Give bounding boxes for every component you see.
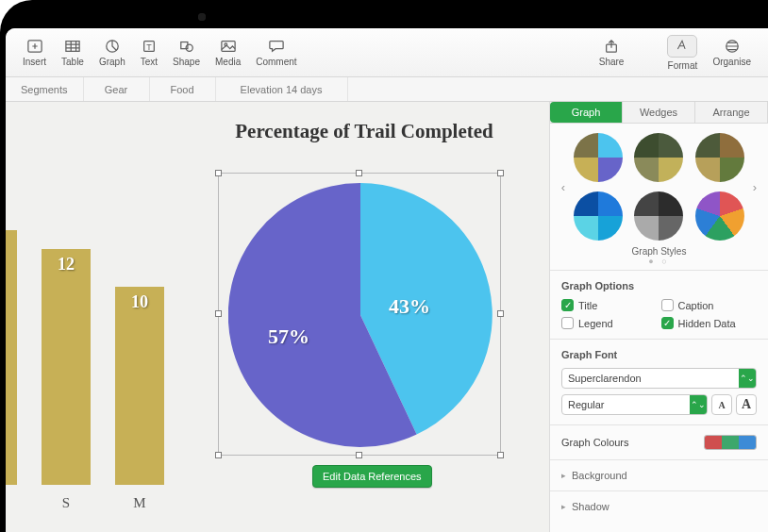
resize-handle[interactable] [215, 170, 222, 176]
bar-label-10: 10 [115, 292, 164, 312]
format-inspector: Graph Wedges Arrange ‹ [549, 102, 768, 532]
resize-handle[interactable] [497, 170, 504, 176]
font-style-select[interactable]: Regular ⌃⌄ [561, 394, 708, 415]
resize-handle[interactable] [215, 310, 222, 317]
graph-button[interactable]: Graph [92, 35, 133, 71]
share-button[interactable]: Share [592, 35, 632, 71]
chevron-down-icon: ⌃⌄ [690, 395, 707, 414]
styles-next[interactable]: › [749, 180, 760, 194]
bar-s [6, 230, 17, 485]
graph-font-header: Graph Font [561, 349, 757, 360]
text-button[interactable]: T Text [133, 35, 165, 71]
colour-swatches[interactable] [704, 435, 757, 450]
sheet-tab-gear[interactable]: Gear [84, 77, 150, 101]
tab-graph[interactable]: Graph [550, 102, 623, 123]
styles-label: Graph Styles [558, 246, 760, 257]
resize-handle[interactable] [356, 170, 362, 176]
style-thumb-2[interactable] [634, 133, 683, 182]
share-label: Share [599, 57, 625, 67]
chevron-right-icon: ▸ [561, 502, 566, 511]
pie-label-43: 43% [389, 294, 430, 319]
graph-font: Graph Font Superclarendon ⌃⌄ Regular ⌃⌄ … [550, 339, 768, 424]
shape-label: Shape [173, 57, 200, 67]
pie-label-57: 57% [268, 324, 309, 349]
organise-label: Organise [712, 57, 751, 67]
chevron-down-icon: ⌃⌄ [739, 369, 756, 388]
bar-s2: 12 [42, 249, 91, 485]
resize-handle[interactable] [497, 310, 504, 317]
graph-styles: ‹ › Graph Styles ● ○ [550, 124, 768, 270]
svg-point-12 [186, 44, 192, 51]
checkbox-legend[interactable]: Legend [561, 317, 658, 329]
resize-handle[interactable] [215, 452, 222, 458]
style-thumb-6[interactable] [695, 191, 744, 241]
bar-m: 10 [115, 287, 164, 485]
bar-x-m: M [115, 495, 164, 511]
style-thumb-4[interactable] [574, 191, 623, 241]
media-label: Media [215, 57, 241, 67]
bar-label-12: 12 [42, 255, 91, 274]
checkbox-caption[interactable]: Caption [661, 299, 758, 311]
style-thumb-3[interactable] [695, 133, 744, 182]
style-thumb-5[interactable] [634, 191, 683, 241]
organise-button[interactable]: Organise [705, 35, 759, 71]
bar-x-labels: S M [6, 495, 164, 511]
tab-wedges[interactable]: Wedges [623, 102, 695, 123]
inspector-tabs: Graph Wedges Arrange [550, 102, 768, 124]
svg-text:T: T [146, 42, 152, 51]
insert-button[interactable]: Insert [15, 35, 54, 71]
background-disclosure[interactable]: ▸ Background [550, 459, 768, 490]
canvas[interactable]: 12 10 S M Percentage of Trail Completed [6, 102, 549, 532]
chart-title[interactable]: Percentage of Trail Completed [227, 119, 501, 143]
insert-label: Insert [23, 57, 46, 67]
chevron-right-icon: ▸ [561, 471, 566, 480]
chart-selection[interactable]: 43% 57% [218, 173, 501, 456]
font-smaller-button[interactable]: A [711, 394, 732, 415]
table-label: Table [61, 57, 84, 67]
styles-page-dots[interactable]: ● ○ [558, 257, 760, 266]
svg-rect-3 [66, 41, 79, 51]
graph-colours: Graph Colours [550, 424, 768, 459]
comment-button[interactable]: Comment [248, 35, 304, 71]
styles-prev[interactable]: ‹ [558, 180, 569, 194]
text-label: Text [141, 57, 158, 67]
tab-arrange[interactable]: Arrange [695, 102, 768, 123]
sheet-tab-elevation[interactable]: Elevation 14 days [216, 77, 348, 101]
sheet-tabs: Segments Gear Food Elevation 14 days [6, 77, 768, 102]
toolbar: Insert Table Graph T Text Shape Media [6, 28, 768, 77]
edit-data-references-button[interactable]: Edit Data References [312, 465, 432, 488]
bar-chart[interactable]: 12 10 [6, 230, 164, 485]
sheet-tab-food[interactable]: Food [150, 77, 216, 101]
bar-x-s: S [42, 495, 91, 511]
media-button[interactable]: Media [208, 35, 248, 71]
style-thumb-1[interactable] [574, 133, 623, 182]
checkbox-hidden-data[interactable]: Hidden Data [661, 317, 758, 329]
graph-options: Graph Options Title Caption Legend Hidde… [550, 270, 768, 339]
comment-label: Comment [256, 57, 296, 67]
shape-button[interactable]: Shape [165, 35, 208, 71]
graph-colours-label: Graph Colours [561, 437, 629, 448]
format-label: Format [668, 60, 698, 71]
table-button[interactable]: Table [54, 35, 92, 71]
resize-handle[interactable] [497, 452, 504, 458]
shadow-disclosure[interactable]: ▸ Shadow [550, 490, 768, 522]
font-family-select[interactable]: Superclarendon ⌃⌄ [561, 368, 757, 389]
font-larger-button[interactable]: A [736, 394, 757, 415]
checkbox-title[interactable]: Title [561, 299, 658, 311]
pie-chart[interactable]: 43% 57% [228, 183, 493, 447]
graph-options-header: Graph Options [561, 280, 757, 291]
graph-label: Graph [99, 57, 125, 67]
resize-handle[interactable] [356, 452, 362, 458]
format-button[interactable]: Format [659, 31, 705, 75]
sheet-tab-segments[interactable]: Segments [6, 77, 84, 101]
